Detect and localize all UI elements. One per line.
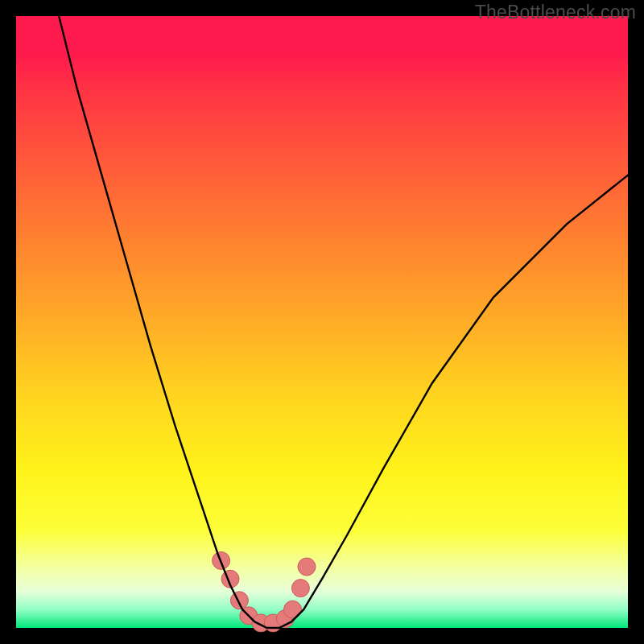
marker-point [298, 558, 316, 576]
marker-point [284, 601, 302, 618]
marker-point [230, 592, 248, 609]
bottleneck-curve [59, 16, 628, 628]
marker-point [291, 580, 309, 597]
chart-svg [16, 16, 628, 628]
watermark-text: TheBottleneck.com [475, 2, 636, 23]
marker-group [213, 551, 316, 632]
